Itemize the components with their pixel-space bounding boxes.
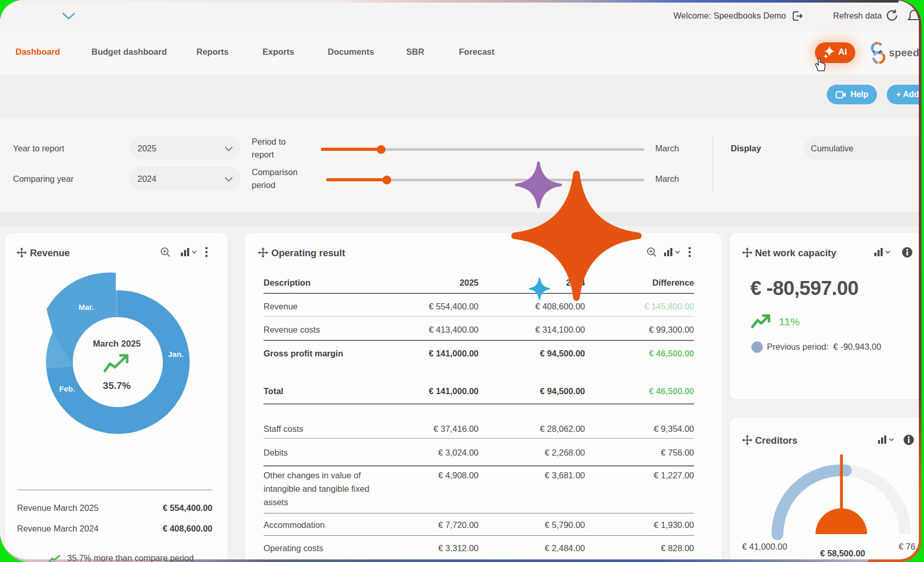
svg-text:Mar.: Mar. xyxy=(79,303,94,311)
svg-text:Feb.: Feb. xyxy=(59,384,75,393)
svg-text:35.7%: 35.7% xyxy=(103,380,131,391)
svg-text:Jan.: Jan. xyxy=(168,350,183,358)
svg-text:March 2025: March 2025 xyxy=(93,339,141,349)
